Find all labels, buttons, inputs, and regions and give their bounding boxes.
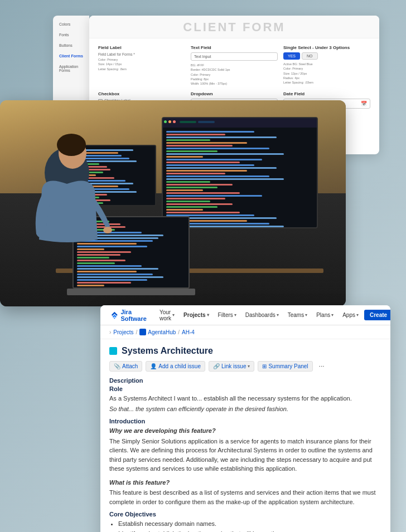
- agentahub-icon: [139, 329, 146, 335]
- issue-title-row: Systems Architecture: [109, 346, 381, 356]
- field-label-section: Field Label Field Label for Forms * Colo…: [98, 45, 185, 86]
- single-select-section: Single Select - Under 3 Options YES NO A…: [283, 45, 370, 86]
- main-monitor: [162, 117, 318, 228]
- attach-icon: 📎: [114, 363, 120, 369]
- role-label: Role: [109, 385, 381, 392]
- jira-logo-text: Jira Software: [120, 309, 149, 322]
- nav-teams[interactable]: Teams▾: [284, 310, 311, 320]
- person-silhouette: [11, 128, 123, 306]
- breadcrumb: › Projects / AgentaHub / AH-4: [100, 325, 390, 339]
- breadcrumb-sep-2: /: [178, 329, 180, 335]
- objective-2: Identify and establish the hosting servi…: [118, 529, 381, 532]
- code-display: [163, 128, 317, 228]
- introduction-label: Introduction: [109, 418, 381, 424]
- breadcrumb-issue-id[interactable]: AH-4: [182, 329, 195, 335]
- issue-actions: 📎 Attach 👤 Add a child issue 🔗 Link issu…: [109, 360, 381, 372]
- description-section: Description Role As a Systems Architect …: [109, 377, 381, 413]
- sidebar-item-fonts[interactable]: Fonts: [57, 32, 85, 38]
- nav-dashboards[interactable]: Dashboards▾: [242, 310, 282, 320]
- dropdown-title: Dropdown: [191, 91, 278, 96]
- single-select-title: Single Select - Under 3 Options: [283, 45, 370, 50]
- field-label-props: Color: PrimarySize: 14px / 15pxLetter Sp…: [98, 57, 185, 71]
- field-label-title: Field Label: [98, 45, 185, 50]
- role-italic: So that... the system can efficiently op…: [109, 404, 381, 414]
- summary-panel-button[interactable]: ⊞ Summary Panel: [258, 361, 312, 372]
- text-field-title: Text Field: [191, 45, 278, 50]
- jira-logo[interactable]: Jira Software: [110, 309, 149, 322]
- nav-filters[interactable]: Filters▾: [215, 310, 240, 320]
- link-issue-button[interactable]: 🔗 Link issue ▾: [209, 361, 254, 372]
- nav-your-work[interactable]: Your work▾: [156, 307, 178, 324]
- introduction-section: Introduction Why we are developing this …: [109, 418, 381, 474]
- checkbox-title: Checkbox: [98, 91, 185, 96]
- add-child-issue-button[interactable]: 👤 Add a child issue: [146, 361, 205, 372]
- more-actions-button[interactable]: ···: [316, 360, 327, 372]
- yes-button[interactable]: YES: [283, 52, 300, 60]
- description-label: Description: [109, 377, 381, 384]
- why-text: The Simply Senior Solutions application …: [109, 437, 381, 474]
- nav-projects[interactable]: Projects▾: [180, 310, 212, 320]
- no-button[interactable]: NO: [302, 52, 318, 60]
- attach-button[interactable]: 📎 Attach: [109, 361, 142, 372]
- what-label: What is this feature?: [109, 478, 381, 487]
- core-objectives-section: Core Objectives Establish necessary doma…: [109, 511, 381, 532]
- objective-1: Establish necessary domain names.: [118, 519, 381, 529]
- sidebar-item-buttons[interactable]: Buttons: [57, 42, 85, 48]
- single-select-props: Active BG: Steel BlueColor: PrimarySize:…: [283, 62, 370, 85]
- child-issue-icon: 👤: [150, 363, 157, 369]
- date-field-title: Date Field: [283, 91, 370, 96]
- what-text: This feature is best described as a list…: [109, 488, 381, 506]
- role-text: As a Systems Architect I want to... esta…: [109, 394, 381, 403]
- text-input-mock[interactable]: Text Input: [191, 52, 278, 61]
- yes-no-group: YES NO: [283, 52, 370, 60]
- breadcrumb-project[interactable]: AgentaHub: [139, 329, 176, 335]
- photo-background: [0, 100, 346, 306]
- field-label-sub: Field Label for Forms *: [98, 52, 185, 56]
- text-field-section: Text Field Text Input BG: #FFFBorder: #D…: [191, 45, 278, 86]
- breadcrumb-projects[interactable]: Projects: [113, 329, 133, 335]
- core-objectives-label: Core Objectives: [109, 511, 381, 518]
- nav-plans[interactable]: Plans▾: [313, 310, 337, 320]
- jira-card: Jira Software Your work▾ Projects▾ Filte…: [100, 305, 390, 532]
- jira-navbar: Jira Software Your work▾ Projects▾ Filte…: [100, 305, 390, 325]
- svg-point-2: [57, 134, 86, 156]
- sidebar-item-colors[interactable]: Colors: [57, 21, 85, 27]
- text-field-props: BG: #FFFBorder: #DCDCDC Solid 1pxColor: …: [191, 63, 278, 86]
- sidebar-item-client-forms[interactable]: Client Forms: [57, 53, 85, 59]
- sidebar-item-application-forms[interactable]: Application Forms: [57, 64, 85, 74]
- programmer-photo: [0, 100, 346, 306]
- create-button[interactable]: Create: [364, 310, 390, 320]
- svg-point-3: [103, 227, 112, 233]
- objectives-list: Establish necessary domain names. Identi…: [109, 519, 381, 532]
- link-icon: 🔗: [213, 363, 220, 369]
- issue-title: Systems Architecture: [122, 346, 213, 356]
- apps-grid-icon[interactable]: [107, 312, 108, 319]
- summary-icon: ⊞: [262, 363, 267, 369]
- jira-issue-content: Systems Architecture 📎 Attach 👤 Add a ch…: [100, 339, 390, 532]
- nav-apps[interactable]: Apps▾: [339, 310, 362, 320]
- issue-type-icon: [109, 347, 117, 355]
- why-label: Why we are developing this feature?: [109, 426, 381, 436]
- what-section: What is this feature? This feature is be…: [109, 478, 381, 507]
- breadcrumb-sep-1: /: [136, 329, 137, 335]
- cf-header: CLIENT FORM: [89, 16, 379, 38]
- cf-title: CLIENT FORM: [98, 20, 370, 35]
